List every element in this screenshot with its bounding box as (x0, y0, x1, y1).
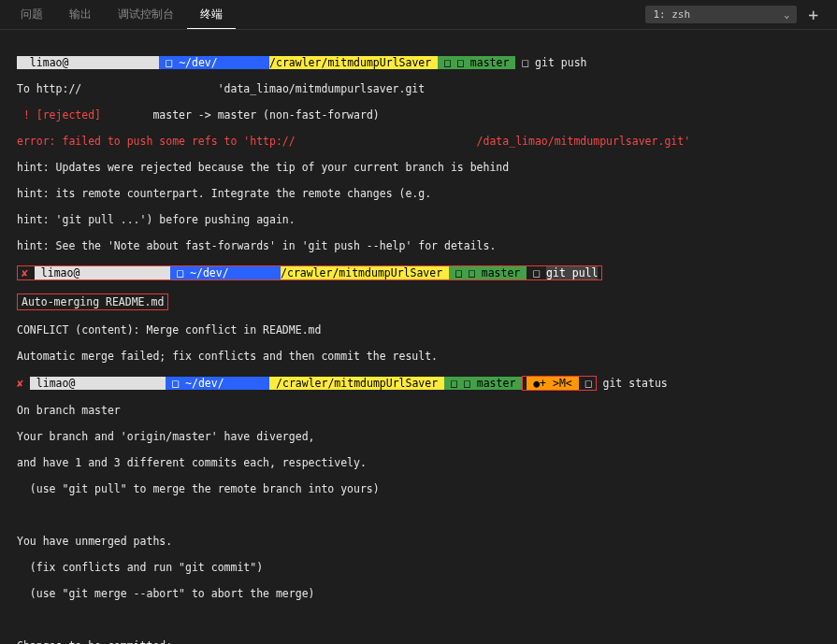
annotation-box-2: Auto-merging README.md (17, 293, 168, 310)
tab-debug-console[interactable]: 调试控制台 (105, 1, 187, 28)
hint-2: hint: its remote counterpart. Integrate … (17, 187, 431, 200)
on-branch: On branch master (17, 404, 121, 417)
auto-fail: Automatic merge failed; fix conflicts an… (17, 350, 438, 363)
abort: (use "git merge --abort" to abort the me… (17, 587, 315, 600)
tab-output[interactable]: 输出 (56, 1, 105, 28)
unmerged: You have unmerged paths. (17, 535, 172, 548)
tab-problems[interactable]: 问题 (7, 1, 56, 28)
hint-4: hint: See the 'Note about fast-forwards'… (17, 239, 496, 252)
prompt-branch: □ □ master (438, 56, 515, 69)
shell-label: 1: zsh (653, 8, 690, 21)
output-error: error: failed to push some refs to 'http… (17, 135, 690, 148)
changes-header: Changes to be committed: (17, 639, 172, 644)
diverged: Your branch and 'origin/master' have div… (17, 430, 315, 443)
commits: and have 1 and 3 different commits each,… (17, 456, 367, 469)
cmd-git-pull: git pull (546, 266, 598, 279)
chevron-down-icon: ⌄ (784, 9, 789, 20)
output-to: To http:// 'data_limao/mitmdumpurlsaver.… (17, 82, 425, 95)
shell-selector[interactable]: 1: zsh ⌄ (645, 6, 797, 23)
use-pull: (use "git pull" to merge the remote bran… (17, 482, 380, 495)
hint-3: hint: 'git pull ...') before pushing aga… (17, 213, 296, 226)
prompt-path: □ ~/dev/ (159, 56, 269, 69)
prompt-crawler: /crawler/mitmdumpUrlSaver (269, 56, 438, 69)
new-terminal-button[interactable]: + (797, 5, 830, 24)
annotation-box-1: ✘ limao@ □ ~/dev/ /crawler/mitmdumpUrlSa… (17, 265, 602, 280)
terminal-output[interactable]: limao@ □ ~/dev/ /crawler/mitmdumpUrlSave… (0, 30, 837, 644)
fix-conf: (fix conflicts and run "git commit") (17, 561, 263, 574)
conflict-line: CONFLICT (content): Merge conflict in RE… (17, 323, 321, 336)
cmd-git-push: git push (535, 56, 586, 69)
hint-1: hint: Updates were rejected because the … (17, 161, 509, 174)
tab-terminal[interactable]: 终端 (187, 1, 236, 29)
annotation-box-3: ●+ >M< □ (522, 376, 596, 391)
prompt-user: limao@ (30, 377, 166, 390)
tab-bar: 问题 输出 调试控制台 终端 1: zsh ⌄ + (0, 0, 837, 30)
cmd-git-status: git status (603, 377, 668, 390)
prompt-user: limao@ (17, 56, 159, 69)
output-rejected: ! [rejected] (17, 108, 101, 122)
